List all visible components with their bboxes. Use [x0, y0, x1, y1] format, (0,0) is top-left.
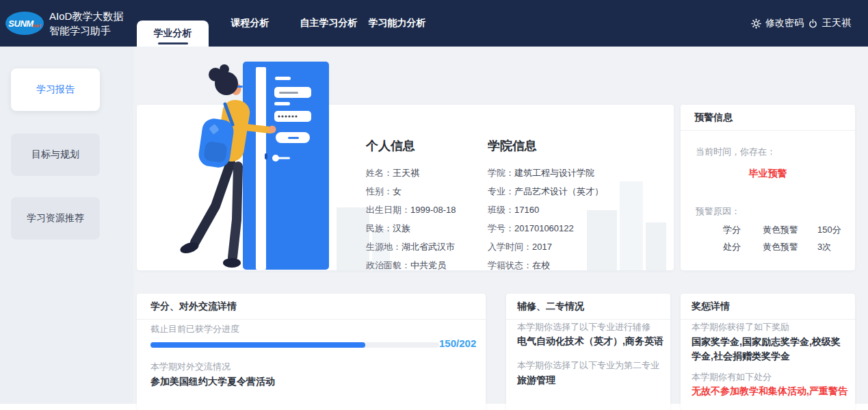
sidebar-item-goals-planning[interactable]: 目标与规划 — [11, 133, 100, 176]
sidebar-item-study-report[interactable]: 学习报告 — [11, 68, 100, 111]
sidebar-item-label: 学习报告 — [36, 84, 75, 96]
info-label: 性别： — [366, 186, 393, 196]
info-label: 出生日期： — [366, 205, 410, 215]
info-value: 1999-08-18 — [410, 205, 456, 215]
sidebar-item-label: 目标与规划 — [31, 149, 79, 161]
info-value: 王天祺 — [393, 168, 419, 178]
punishment-value: 无故不参加教学和集体活动,严重警告 — [692, 385, 847, 398]
reward-value: 国家奖学金,国家励志奖学金,校级奖学金,社会捐赠类奖学金 — [692, 335, 846, 363]
credit-progress-bar — [150, 342, 439, 348]
info-row: 学院：建筑工程与设计学院 — [488, 164, 666, 182]
second-major-label: 本学期你选择了以下专业为第二专业 — [517, 359, 659, 372]
info-value: 17160 — [514, 205, 539, 215]
info-value: 汉族 — [393, 223, 410, 233]
tab-label: 自主学习分析 — [300, 17, 358, 29]
sidebar-item-label: 学习资源推荐 — [27, 212, 84, 225]
info-label: 学籍状态： — [488, 260, 532, 270]
reason-level: 黄色预警 — [763, 241, 808, 253]
active-tab-underline — [158, 42, 188, 44]
reason-value: 3次 — [817, 241, 841, 253]
gear-icon — [751, 18, 761, 29]
reason-item: 学分 — [723, 224, 753, 236]
logo-brand-suffix: net — [33, 23, 41, 29]
info-value: 湖北省武汉市 — [402, 242, 455, 252]
info-row: 出生日期：1999-08-18 — [366, 201, 482, 219]
info-value: 2017 — [532, 242, 552, 252]
warning-current-label: 当前时间，你存在： — [696, 146, 776, 158]
info-label: 姓名： — [366, 168, 393, 178]
app-title-line1: AIoD教学大数据 — [49, 9, 123, 23]
info-label: 学号： — [488, 223, 514, 233]
warning-reason-row: 学分 黄色预警 150分 — [723, 221, 841, 238]
change-password-label: 修改密码 — [765, 17, 804, 29]
info-label: 政治面貌： — [366, 260, 410, 270]
minor-label: 本学期你选择了以下专业进行辅修 — [517, 321, 650, 333]
sidebar: 学习报告 目标与规划 学习资源推荐 — [0, 47, 133, 404]
personal-info-section: 个人信息 姓名：王天祺 性别：女 出生日期：1999-08-18 民族：汉族 生… — [366, 138, 482, 270]
logo-brand-text: SUNM — [8, 18, 33, 29]
info-row: 班级：17160 — [488, 201, 666, 219]
info-value: 在校 — [532, 260, 550, 270]
info-label: 入学时间： — [488, 242, 532, 252]
info-value: 女 — [393, 186, 402, 196]
tab-academic-analysis[interactable]: 学业分析 — [137, 21, 209, 47]
credits-card-title: 学分、对外交流详情 — [137, 294, 486, 320]
minor-value: 电气自动化技术（英才）,商务英语 — [517, 335, 663, 348]
sunmnet-logo: SUNMnet — [5, 10, 44, 36]
punishment-label: 本学期你有如下处分 — [692, 371, 772, 383]
info-row: 学籍状态：在校 — [488, 256, 666, 270]
reward-label: 本学期你获得了如下奖励 — [692, 321, 789, 333]
college-info-title: 学院信息 — [488, 138, 666, 154]
logo-lens: SUNMnet — [5, 12, 44, 35]
credit-progress-fill — [150, 342, 365, 348]
sidebar-item-resource-recommendation[interactable]: 学习资源推荐 — [11, 197, 100, 240]
info-row: 姓名：王天祺 — [366, 164, 482, 182]
warning-reason-label: 预警原因： — [696, 205, 740, 218]
exchange-value: 参加美国纽约大学夏令营活动 — [150, 376, 275, 388]
info-label: 学院： — [488, 168, 514, 178]
tab-course-analysis[interactable]: 课程分析 — [218, 0, 282, 47]
info-value: 中共党员 — [410, 260, 446, 270]
info-row: 性别：女 — [366, 182, 482, 201]
info-row: 学号：201701060122 — [488, 219, 666, 238]
info-row: 民族：汉族 — [366, 219, 482, 238]
reason-value: 150分 — [817, 224, 841, 236]
rewards-punishments-card: 奖惩详情 本学期你获得了如下奖励 国家奖学金,国家励志奖学金,校级奖学金,社会捐… — [681, 294, 855, 410]
warning-reason-row: 处分 黄色预警 3次 — [723, 238, 841, 255]
info-label: 专业： — [488, 186, 514, 196]
info-row: 入学时间：2017 — [488, 238, 666, 256]
info-label: 班级： — [488, 205, 514, 215]
personal-info-title: 个人信息 — [366, 138, 482, 154]
username-label: 王天祺 — [822, 17, 851, 29]
tab-learning-ability-analysis[interactable]: 学习能力分析 — [354, 0, 440, 47]
app-title: AIoD教学大数据 智能学习助手 — [49, 9, 123, 38]
minor-second-major-card: 辅修、二专情况 本学期你选择了以下专业进行辅修 电气自动化技术（英才）,商务英语… — [506, 294, 670, 410]
top-header: SUNMnet AIoD教学大数据 智能学习助手 学业分析 课程分析 自主学习分… — [0, 0, 868, 47]
logout-user-button[interactable]: 王天祺 — [808, 0, 851, 47]
warning-reason-list: 学分 黄色预警 150分 处分 黄色预警 3次 — [723, 221, 841, 255]
warning-card-title: 预警信息 — [681, 105, 855, 131]
second-major-value: 旅游管理 — [517, 374, 555, 387]
info-value: 201701060122 — [514, 223, 574, 233]
change-password-button[interactable]: 修改密码 — [751, 0, 804, 47]
tab-label: 学习能力分析 — [369, 17, 426, 29]
reason-item: 处分 — [723, 241, 753, 253]
info-row: 专业：产品艺术设计（英才） — [488, 182, 666, 201]
tab-label: 课程分析 — [231, 17, 269, 29]
credits-exchange-card: 学分、对外交流详情 截止目前已获学分进度 150/202 本学期对外交流情况 参… — [137, 294, 486, 410]
skyline-decoration — [337, 207, 369, 270]
info-label: 生源地： — [366, 242, 402, 252]
credit-progress-label: 截止目前已获学分进度 — [150, 323, 239, 335]
info-row: 生源地：湖北省武汉市 — [366, 238, 482, 256]
power-icon — [808, 18, 818, 29]
info-row: 政治面貌：中共党员 — [366, 256, 482, 270]
tab-label: 学业分析 — [154, 27, 192, 40]
info-value: 建筑工程与设计学院 — [514, 168, 594, 178]
reason-level: 黄色预警 — [763, 224, 808, 236]
info-value: 产品艺术设计（英才） — [514, 186, 603, 196]
credit-progress-value: 150/202 — [439, 337, 479, 349]
minor-card-title: 辅修、二专情况 — [506, 294, 670, 320]
info-label: 民族： — [366, 223, 393, 233]
rewards-card-title: 奖惩详情 — [681, 294, 855, 320]
app-root: SUNMnet AIoD教学大数据 智能学习助手 学业分析 课程分析 自主学习分… — [0, 0, 868, 410]
